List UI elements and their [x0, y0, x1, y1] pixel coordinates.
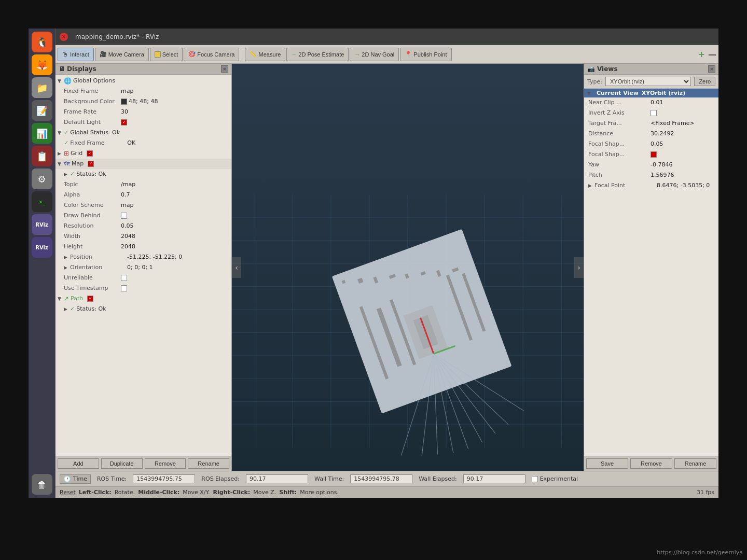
- select-icon: [155, 51, 161, 58]
- select-button[interactable]: Select: [150, 48, 183, 61]
- views-panel-close[interactable]: ×: [708, 65, 715, 73]
- ros-elapsed-field[interactable]: 90.17: [246, 474, 308, 483]
- pitch-row: Pitch 1.56976: [584, 170, 718, 180]
- reset-button[interactable]: Reset: [60, 489, 76, 496]
- measure-icon: 📏: [250, 51, 257, 58]
- global-status-arrow[interactable]: ▼: [58, 128, 63, 137]
- spreadsheet-icon[interactable]: 📊: [32, 123, 52, 144]
- path-item[interactable]: ▼ ↗ Path: [56, 293, 231, 304]
- move-camera-button[interactable]: 🎥 Move Camera: [95, 48, 149, 61]
- pose-estimate-button[interactable]: → 2D Pose Estimate: [286, 48, 349, 61]
- ros-time-field[interactable]: 1543994795.75: [133, 474, 195, 483]
- rviz-application: × mapping_demo.rviz* - RViz 🖱 Interact 🎥…: [56, 29, 718, 498]
- global-status-item[interactable]: ▼ ✓ Global Status: Ok: [56, 128, 231, 138]
- viewport-arrow-right[interactable]: ›: [574, 257, 584, 278]
- grid-svg: [232, 64, 584, 471]
- height-row: Height 2048: [56, 242, 231, 252]
- global-options-icon: 🌐: [64, 76, 72, 86]
- presentation-icon[interactable]: 📋: [32, 146, 52, 166]
- bg-color-swatch[interactable]: [121, 99, 127, 105]
- position-arrow[interactable]: ▶: [64, 253, 69, 262]
- right-click-label: Right-Click:: [213, 489, 251, 496]
- map-arrow[interactable]: ▼: [58, 159, 63, 169]
- 3d-viewport[interactable]: ‹ ›: [232, 64, 584, 471]
- use-timestamp-checkbox[interactable]: [121, 285, 127, 291]
- current-view-arrow[interactable]: ▼: [587, 91, 592, 96]
- map-item[interactable]: ▼ 🗺 Map: [56, 159, 231, 169]
- global-options-arrow[interactable]: ▼: [58, 76, 63, 86]
- middle-click-label: Middle-Click:: [138, 489, 179, 496]
- map-checkbox[interactable]: [88, 161, 94, 167]
- views-rename-button[interactable]: Rename: [674, 458, 716, 469]
- publish-point-button[interactable]: 📍 Publish Point: [400, 48, 451, 61]
- map-status-row[interactable]: ▶ ✓ Status: Ok: [56, 169, 231, 179]
- invert-z-checkbox[interactable]: [651, 110, 657, 116]
- taskbar: 🐧 🦊 📁 📝 📊 📋 ⚙ >_ RViz RViz 🗑: [29, 29, 56, 498]
- displays-panel-close[interactable]: ×: [221, 65, 228, 73]
- global-status-icon: ✓: [64, 128, 68, 137]
- add-button[interactable]: Add: [58, 458, 99, 469]
- focus-camera-button[interactable]: 🎯 Focus Camera: [184, 48, 239, 61]
- views-remove-button[interactable]: Remove: [630, 458, 672, 469]
- views-type-select[interactable]: XYOrbit (rviz): [605, 77, 691, 86]
- window-titlebar: × mapping_demo.rviz* - RViz: [56, 29, 718, 45]
- path-status-row[interactable]: ▶ ✓ Status: Ok: [56, 304, 231, 314]
- map-icon: 🗺: [64, 159, 70, 169]
- grid-item[interactable]: ▶ ⊞ Grid: [56, 148, 231, 159]
- orientation-arrow[interactable]: ▶: [64, 263, 69, 272]
- path-status-icon: ✓: [70, 304, 75, 314]
- views-icon: 📷: [587, 65, 595, 73]
- current-view-header[interactable]: ▼ Current View XYOrbit (rviz): [584, 89, 718, 97]
- firefox-icon[interactable]: 🦊: [32, 54, 52, 75]
- focal-point-arrow[interactable]: ▶: [588, 181, 593, 190]
- views-content: ▼ Current View XYOrbit (rviz) Near Clip …: [584, 89, 718, 456]
- global-options-item[interactable]: ▼ 🌐 Global Options: [56, 76, 231, 86]
- nav-goal-button[interactable]: → 2D Nav Goal: [350, 48, 399, 61]
- wall-time-field[interactable]: 1543994795.78: [350, 474, 412, 483]
- path-status-arrow[interactable]: ▶: [64, 304, 69, 314]
- focal-point-row[interactable]: ▶ Focal Point 8.6476; -3.5035; 0: [584, 180, 718, 191]
- grid-arrow[interactable]: ▶: [58, 149, 63, 158]
- viewport-arrow-left[interactable]: ‹: [232, 257, 241, 278]
- rename-button[interactable]: Rename: [188, 458, 229, 469]
- remove-display-icon[interactable]: —: [708, 49, 716, 59]
- draw-behind-checkbox[interactable]: [121, 213, 127, 219]
- trash-icon[interactable]: 🗑: [32, 474, 52, 495]
- draw-behind-row: Draw Behind: [56, 211, 231, 221]
- settings-icon[interactable]: ⚙: [32, 169, 52, 189]
- views-save-button[interactable]: Save: [586, 458, 628, 469]
- rviz-content: 🖥 Displays × ▼ 🌐 Global Options Fixed Fr…: [56, 64, 718, 471]
- path-icon: ↗: [64, 294, 69, 303]
- interact-icon: 🖱: [62, 51, 68, 58]
- rviz2-icon[interactable]: RViz: [32, 237, 52, 258]
- position-row[interactable]: ▶ Position -51.225; -51.225; 0: [56, 252, 231, 262]
- rviz-icon[interactable]: RViz: [32, 214, 52, 235]
- distance-row: Distance 30.2492: [584, 129, 718, 139]
- displays-panel-header: 🖥 Displays ×: [56, 64, 231, 75]
- interact-button[interactable]: 🖱 Interact: [58, 48, 94, 61]
- path-checkbox[interactable]: [87, 296, 93, 302]
- experimental-checkbox[interactable]: [532, 476, 538, 482]
- focal-shape2-checkbox[interactable]: [651, 151, 657, 158]
- resolution-row: Resolution 0.05: [56, 221, 231, 231]
- terminal-icon[interactable]: >_: [32, 191, 52, 212]
- remove-button[interactable]: Remove: [145, 458, 186, 469]
- map-status-arrow[interactable]: ▶: [64, 170, 69, 179]
- default-light-checkbox[interactable]: [121, 119, 127, 125]
- wall-elapsed-field[interactable]: 90.17: [463, 474, 525, 483]
- ubuntu-launcher-icon[interactable]: 🐧: [32, 32, 52, 52]
- duplicate-button[interactable]: Duplicate: [101, 458, 143, 469]
- measure-button[interactable]: 📏 Measure: [245, 48, 285, 61]
- unreliable-checkbox[interactable]: [121, 275, 127, 281]
- add-display-icon[interactable]: +: [698, 49, 705, 59]
- orientation-row[interactable]: ▶ Orientation 0; 0; 0; 1: [56, 262, 231, 273]
- files-icon[interactable]: 📁: [32, 77, 52, 98]
- displays-buttons: Add Duplicate Remove Rename: [56, 456, 231, 471]
- views-zero-button[interactable]: Zero: [694, 77, 715, 86]
- text-editor-icon[interactable]: 📝: [32, 100, 52, 121]
- path-arrow[interactable]: ▼: [58, 294, 63, 303]
- target-frame-row: Target Fra... <Fixed Frame>: [584, 118, 718, 129]
- grid-checkbox[interactable]: [87, 150, 93, 157]
- window-close-button[interactable]: ×: [60, 33, 68, 41]
- fps-label: 31 fps: [697, 489, 714, 496]
